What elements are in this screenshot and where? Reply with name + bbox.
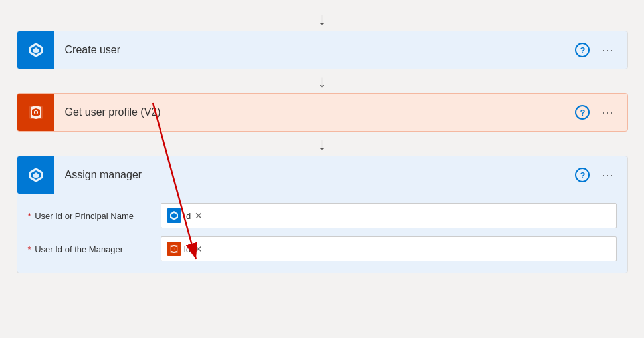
help-icon: ? [575, 43, 590, 57]
get-user-profile-title: Get user profile (V2) [54, 106, 573, 118]
create-user-help-button[interactable]: ? [572, 40, 592, 60]
create-user-title: Create user [54, 44, 573, 56]
get-user-profile-icon-bg: O [17, 94, 54, 131]
token-icon-blue-1 [167, 208, 181, 223]
create-user-actions: ? ··· [572, 40, 616, 60]
assign-manager-title: Assign manager [54, 169, 573, 181]
user-id-token-close[interactable]: ✕ [193, 210, 204, 221]
assign-manager-card: Assign manager ? ··· * User Id or Princi… [17, 156, 628, 273]
more-icon-2: ··· [601, 106, 613, 120]
manager-id-field-row: * User Id of the Manager O [28, 236, 617, 262]
arrow-1: ↓ [318, 69, 326, 93]
assign-manager-help-button[interactable]: ? [572, 165, 592, 185]
user-id-token-text: Id [184, 211, 191, 221]
help-icon-2: ? [575, 105, 590, 120]
required-star-1: * [28, 211, 31, 221]
top-arrow: ↓ [318, 7, 326, 31]
create-user-card: Create user ? ··· [17, 31, 628, 69]
assign-manager-more-button[interactable]: ··· [599, 166, 616, 185]
manager-id-token: O Id ✕ [167, 242, 205, 256]
get-user-profile-actions: ? ··· [572, 102, 616, 122]
assign-manager-header: Assign manager ? ··· [17, 156, 627, 194]
more-icon-3: ··· [601, 168, 613, 182]
assign-manager-actions: ? ··· [572, 165, 616, 185]
arrow-2: ↓ [318, 132, 326, 156]
user-id-label: * User Id or Principal Name [28, 211, 161, 221]
assign-manager-icon-bg [17, 156, 54, 194]
required-star-2: * [28, 244, 31, 254]
token-icon-orange-1: O [167, 242, 181, 256]
azure-ad-icon-2 [27, 166, 45, 184]
user-id-input[interactable]: Id ✕ [161, 203, 617, 228]
get-user-help-button[interactable]: ? [572, 102, 592, 122]
create-user-icon-bg [17, 31, 54, 69]
more-icon: ··· [601, 43, 613, 57]
manager-id-token-text: Id [184, 244, 191, 254]
get-user-more-button[interactable]: ··· [599, 103, 616, 122]
assign-manager-body: * User Id or Principal Name Id ✕ [17, 194, 627, 273]
user-id-token: Id ✕ [167, 208, 205, 223]
svg-text:O: O [173, 247, 175, 251]
get-user-profile-card: O Get user profile (V2) ? ··· [17, 93, 628, 132]
create-user-more-button[interactable]: ··· [599, 41, 616, 60]
svg-text:O: O [33, 109, 38, 116]
flow-container: ↓ Create user ? ··· [0, 0, 644, 280]
manager-id-input[interactable]: O Id ✕ [161, 236, 617, 261]
user-id-field-row: * User Id or Principal Name Id ✕ [28, 202, 617, 229]
azure-ad-icon [27, 41, 45, 59]
get-user-profile-header: O Get user profile (V2) ? ··· [17, 94, 627, 131]
manager-id-token-close[interactable]: ✕ [193, 244, 204, 254]
create-user-header: Create user ? ··· [17, 31, 627, 69]
manager-id-label: * User Id of the Manager [28, 244, 161, 254]
help-icon-3: ? [575, 168, 590, 182]
office365-icon: O [27, 103, 45, 122]
